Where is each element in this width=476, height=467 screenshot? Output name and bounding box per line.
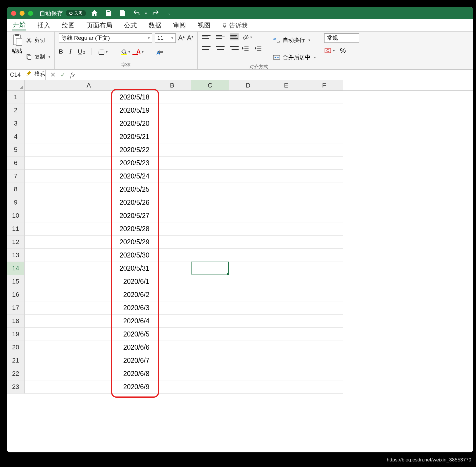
cell-F7[interactable]: [305, 170, 343, 183]
number-format-select[interactable]: 常规: [324, 33, 359, 43]
cell-A9[interactable]: 2020/5/26: [25, 196, 153, 209]
cell-B2[interactable]: [153, 104, 191, 117]
cell-A22[interactable]: 2020/6/8: [25, 367, 153, 380]
cell-F18[interactable]: [305, 315, 343, 328]
cell-A11[interactable]: 2020/5/28: [25, 222, 153, 236]
select-all-corner[interactable]: [7, 80, 25, 90]
cell-A8[interactable]: 2020/5/25: [25, 183, 153, 196]
cell-F10[interactable]: [305, 209, 343, 222]
cell-B4[interactable]: [153, 130, 191, 143]
cell-F3[interactable]: [305, 117, 343, 130]
row-header-19[interactable]: 19: [7, 328, 25, 341]
cell-D21[interactable]: [229, 354, 267, 367]
cell-E17[interactable]: [267, 301, 305, 315]
cell-C23[interactable]: [191, 380, 229, 394]
cell-E14[interactable]: [267, 262, 305, 275]
cell-E18[interactable]: [267, 315, 305, 328]
cell-A23[interactable]: 2020/6/9: [25, 380, 153, 394]
cell-D2[interactable]: [229, 104, 267, 117]
row-header-2[interactable]: 2: [7, 104, 25, 117]
cell-B17[interactable]: [153, 301, 191, 315]
cell-B9[interactable]: [153, 196, 191, 209]
undo-button[interactable]: [133, 9, 140, 17]
undo-dropdown[interactable]: ▾: [145, 11, 147, 16]
cell-C18[interactable]: [191, 315, 229, 328]
copy-button[interactable]: 复制: [26, 50, 50, 63]
column-header-B[interactable]: B: [153, 80, 191, 90]
align-right-button[interactable]: [230, 44, 239, 51]
currency-button[interactable]: [324, 47, 335, 54]
align-bottom-button[interactable]: [230, 33, 239, 40]
cell-F12[interactable]: [305, 236, 343, 249]
cell-D6[interactable]: [229, 157, 267, 170]
cell-D22[interactable]: [229, 367, 267, 380]
row-header-23[interactable]: 23: [7, 380, 25, 394]
underline-button[interactable]: U: [78, 48, 85, 55]
cell-F20[interactable]: [305, 341, 343, 354]
cell-E10[interactable]: [267, 209, 305, 222]
cell-F4[interactable]: [305, 130, 343, 143]
cell-F8[interactable]: [305, 183, 343, 196]
tab-home[interactable]: 开始: [12, 20, 26, 30]
cell-C1[interactable]: [191, 91, 229, 104]
cell-A10[interactable]: 2020/5/27: [25, 209, 153, 222]
row-header-3[interactable]: 3: [7, 117, 25, 130]
cell-A21[interactable]: 2020/6/7: [25, 354, 153, 367]
column-header-F[interactable]: F: [305, 80, 343, 90]
edit-button[interactable]: [119, 9, 126, 17]
row-header-14[interactable]: 14: [7, 262, 25, 275]
row-header-4[interactable]: 4: [7, 130, 25, 143]
cell-B3[interactable]: [153, 117, 191, 130]
cell-E21[interactable]: [267, 354, 305, 367]
cell-E8[interactable]: [267, 183, 305, 196]
cell-E7[interactable]: [267, 170, 305, 183]
decrease-font-button[interactable]: A▾: [187, 34, 193, 42]
align-middle-button[interactable]: [216, 33, 225, 40]
cell-F14[interactable]: [305, 262, 343, 275]
cell-E20[interactable]: [267, 341, 305, 354]
cell-C15[interactable]: [191, 275, 229, 288]
formula-input[interactable]: [80, 70, 473, 80]
cell-B15[interactable]: [153, 275, 191, 288]
cell-E12[interactable]: [267, 236, 305, 249]
cell-E19[interactable]: [267, 328, 305, 341]
cell-B1[interactable]: [153, 91, 191, 104]
cell-B20[interactable]: [153, 341, 191, 354]
cell-E5[interactable]: [267, 143, 305, 157]
cell-A5[interactable]: 2020/5/22: [25, 143, 153, 157]
cell-A18[interactable]: 2020/6/4: [25, 315, 153, 328]
cell-E16[interactable]: [267, 288, 305, 301]
cell-B11[interactable]: [153, 222, 191, 236]
cell-F23[interactable]: [305, 380, 343, 394]
cell-F19[interactable]: [305, 328, 343, 341]
cell-C13[interactable]: [191, 249, 229, 262]
cell-E2[interactable]: [267, 104, 305, 117]
italic-button[interactable]: I: [69, 48, 71, 55]
cell-B18[interactable]: [153, 315, 191, 328]
tab-layout[interactable]: 页面布局: [86, 21, 113, 30]
cell-A7[interactable]: 2020/5/24: [25, 170, 153, 183]
cell-F17[interactable]: [305, 301, 343, 315]
cell-C12[interactable]: [191, 236, 229, 249]
cell-C7[interactable]: [191, 170, 229, 183]
name-box[interactable]: C14 ▴▾: [7, 70, 46, 80]
row-header-17[interactable]: 17: [7, 301, 25, 315]
cell-C21[interactable]: [191, 354, 229, 367]
cell-A14[interactable]: 2020/5/31: [25, 262, 153, 275]
cell-A20[interactable]: 2020/6/6: [25, 341, 153, 354]
tell-me[interactable]: 告诉我: [222, 21, 248, 30]
cell-C11[interactable]: [191, 222, 229, 236]
cell-D19[interactable]: [229, 328, 267, 341]
tab-review[interactable]: 审阅: [173, 21, 187, 30]
cell-E1[interactable]: [267, 91, 305, 104]
tab-draw[interactable]: 绘图: [61, 21, 75, 30]
cell-A2[interactable]: 2020/5/19: [25, 104, 153, 117]
cell-B6[interactable]: [153, 157, 191, 170]
paste-button[interactable]: 粘贴: [11, 33, 23, 54]
cell-A16[interactable]: 2020/6/2: [25, 288, 153, 301]
home-button[interactable]: [91, 9, 98, 17]
cell-D10[interactable]: [229, 209, 267, 222]
align-center-button[interactable]: [216, 44, 225, 51]
row-header-9[interactable]: 9: [7, 196, 25, 209]
cell-C6[interactable]: [191, 157, 229, 170]
